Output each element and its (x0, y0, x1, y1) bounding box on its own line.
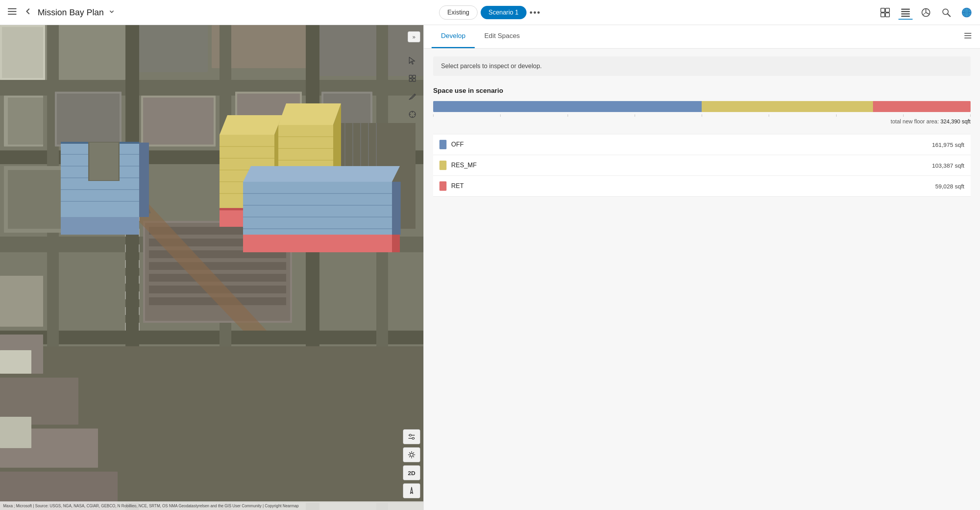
svg-rect-3 (881, 8, 885, 12)
project-title: Mission Bay Plan (38, 7, 104, 18)
panel-menu-button[interactable] (964, 31, 972, 42)
back-button[interactable] (23, 6, 33, 18)
swatch-res-mf (439, 161, 446, 170)
bar-segment-ret (873, 101, 971, 112)
space-use-section: Space use in scenario (433, 87, 971, 197)
svg-rect-69 (2, 27, 43, 78)
project-dropdown-arrow[interactable] (109, 9, 115, 16)
svg-point-127 (410, 434, 412, 436)
space-use-item-res-mf: RES_MF 103,387 sqft (433, 155, 971, 176)
svg-marker-88 (220, 115, 282, 135)
svg-rect-85 (89, 143, 118, 180)
svg-rect-9 (901, 13, 910, 14)
svg-point-130 (410, 453, 413, 456)
svg-rect-107 (251, 233, 400, 252)
svg-rect-119 (413, 79, 416, 81)
svg-rect-23 (0, 331, 423, 344)
label-res-mf: RES_MF (451, 162, 477, 169)
space-use-list: OFF 161,975 sqft RES_MF 103,387 sqft (433, 134, 971, 197)
compass-tool-button[interactable] (405, 107, 420, 122)
floor-area-value: 324,390 sqft (940, 118, 971, 125)
svg-rect-1 (8, 11, 16, 12)
svg-rect-10 (901, 16, 910, 17)
bar-segment-off (433, 101, 702, 112)
svg-rect-2 (8, 14, 16, 15)
sun-tool-button[interactable] (403, 447, 420, 462)
space-use-left-res-mf: RES_MF (439, 161, 477, 170)
chart-view-button[interactable] (919, 5, 933, 20)
bar-segment-res-mf (702, 101, 873, 112)
svg-rect-5 (881, 13, 885, 17)
tab-existing-button[interactable]: Existing (439, 5, 477, 20)
svg-rect-6 (886, 13, 889, 17)
svg-point-129 (412, 438, 414, 439)
select-tool-button[interactable] (405, 52, 420, 68)
map-attribution: Maxa ; Microsoft | Source: USGS, NGA, NA… (0, 501, 423, 510)
swatch-off (439, 140, 446, 149)
map-area[interactable]: » (0, 25, 423, 510)
sqft-res-mf: 103,387 sqft (932, 162, 964, 169)
collapse-label: » (412, 34, 416, 40)
draw-tool-button[interactable] (405, 89, 420, 104)
location-button[interactable] (403, 483, 420, 498)
label-ret: RET (451, 183, 464, 190)
svg-rect-71 (0, 417, 31, 448)
svg-rect-110 (392, 182, 401, 235)
panel-header: Develop Edit Spaces (424, 25, 980, 49)
svg-rect-77 (139, 143, 149, 217)
space-use-title: Space use in scenario (433, 87, 971, 95)
expand-tool-button[interactable] (405, 71, 420, 86)
swatch-ret (439, 181, 446, 191)
tab-develop[interactable]: Develop (432, 25, 475, 48)
sqft-ret: 59,028 sqft (935, 183, 964, 190)
svg-rect-54 (149, 262, 286, 270)
more-options-button[interactable]: ••• (530, 7, 541, 18)
search-button[interactable] (939, 5, 953, 20)
svg-rect-32 (57, 94, 120, 145)
menu-button[interactable] (6, 5, 18, 19)
attribution-text: Maxa ; Microsoft | Source: USGS, NGA, NA… (3, 504, 299, 508)
right-panel: Develop Edit Spaces Select parcels to in… (423, 25, 980, 510)
globe-button[interactable] (960, 5, 974, 20)
svg-rect-8 (901, 11, 910, 12)
topbar: Mission Bay Plan Existing Scenario 1 ••• (0, 0, 980, 25)
sqft-off: 161,975 sqft (932, 141, 964, 148)
table-view-button[interactable] (898, 5, 913, 20)
city-map-background (0, 25, 423, 510)
topbar-right (878, 5, 974, 20)
layer-adjust-button[interactable] (403, 429, 420, 444)
svg-line-120 (414, 94, 415, 95)
svg-rect-30 (8, 98, 43, 145)
svg-rect-34 (143, 98, 214, 145)
space-use-left-ret: RET (439, 181, 464, 191)
tab-edit-spaces[interactable]: Edit Spaces (475, 25, 529, 48)
svg-rect-17 (129, 25, 208, 72)
space-use-stacked-bar (433, 101, 971, 112)
total-floor-area: total new floor area: 324,390 sqft (433, 118, 971, 125)
svg-rect-118 (409, 79, 412, 81)
svg-rect-140 (964, 35, 971, 36)
svg-point-13 (962, 8, 971, 17)
svg-rect-7 (901, 9, 910, 10)
svg-rect-62 (0, 276, 43, 327)
floor-area-label: total new floor area: (891, 118, 939, 125)
svg-rect-139 (964, 33, 971, 34)
svg-rect-0 (8, 8, 16, 9)
collapse-panel-button[interactable]: » (408, 31, 420, 42)
svg-rect-4 (886, 8, 889, 12)
tab-scenario-button[interactable]: Scenario 1 (481, 6, 526, 19)
svg-marker-73 (61, 217, 139, 235)
main-content: » (0, 25, 980, 510)
2d-toggle-button[interactable]: 2D (403, 465, 420, 480)
svg-line-138 (409, 456, 410, 457)
bar-ticks (433, 114, 971, 117)
svg-rect-70 (0, 350, 31, 374)
map-bottom-toolbar: 2D (403, 429, 420, 498)
select-message: Select parcels to inspect or develop. (433, 56, 971, 76)
space-use-item-off: OFF 161,975 sqft (433, 134, 971, 155)
svg-marker-111 (243, 166, 400, 182)
grid-view-button[interactable] (878, 5, 892, 20)
svg-line-136 (413, 456, 414, 457)
label-off: OFF (451, 141, 464, 148)
svg-rect-141 (964, 38, 971, 38)
